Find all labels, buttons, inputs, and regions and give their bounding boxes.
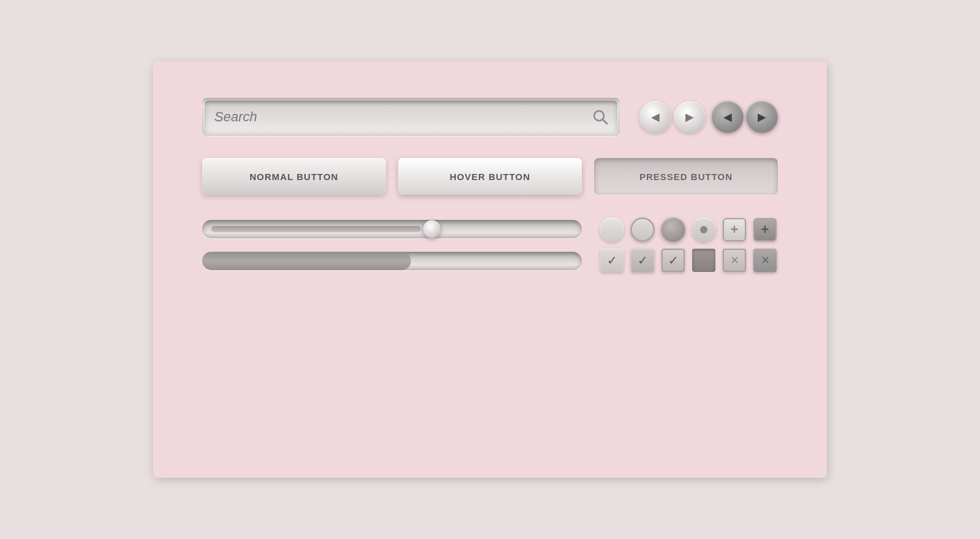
slider-wrap bbox=[202, 220, 582, 238]
slider-track bbox=[202, 220, 582, 238]
slider-thumb[interactable] bbox=[423, 220, 441, 238]
nav-pair-light: ◀ ▶ bbox=[639, 101, 706, 133]
checkbox-checked-mid[interactable]: ✓ bbox=[631, 249, 654, 272]
search-input[interactable] bbox=[214, 109, 589, 125]
checkbox-square-dark[interactable] bbox=[692, 249, 715, 272]
controls-grid: + + ✓ ✓ ✓ ✕ ✕ bbox=[599, 217, 778, 273]
progress-fill bbox=[202, 252, 411, 270]
svg-line-1 bbox=[603, 120, 608, 124]
nav-prev-dark-button[interactable]: ◀ bbox=[712, 101, 744, 133]
checkbox-x-light[interactable]: ✕ bbox=[723, 249, 746, 272]
progress-bar bbox=[202, 252, 582, 270]
nav-prev-light-button[interactable]: ◀ bbox=[639, 101, 671, 133]
radio-dot[interactable] bbox=[692, 217, 716, 242]
hover-button[interactable]: HOVER BUTTON bbox=[398, 158, 582, 195]
checkbox-checked-border[interactable]: ✓ bbox=[662, 249, 685, 272]
nav-pair-dark: ◀ ▶ bbox=[712, 101, 778, 133]
pressed-button[interactable]: PRESSED BUTTON bbox=[594, 158, 778, 195]
checkbox-checked-light[interactable]: ✓ bbox=[600, 249, 624, 272]
search-button[interactable] bbox=[589, 106, 611, 128]
radio-filled[interactable] bbox=[661, 217, 685, 242]
nav-next-dark-button[interactable]: ▶ bbox=[746, 101, 778, 133]
search-icon bbox=[592, 108, 609, 126]
svg-point-0 bbox=[594, 111, 604, 121]
nav-next-light-button[interactable]: ▶ bbox=[674, 101, 706, 133]
controls-row: + + ✓ ✓ ✓ ✕ ✕ bbox=[202, 217, 778, 273]
slider-fill bbox=[211, 226, 421, 232]
normal-button[interactable]: NORMAL BUTTON bbox=[202, 158, 386, 195]
search-row: ◀ ▶ ◀ ▶ bbox=[202, 98, 778, 136]
search-bar-wrap bbox=[202, 98, 620, 136]
search-inner bbox=[205, 100, 617, 134]
radio-ring[interactable] bbox=[630, 217, 655, 242]
radio-empty[interactable] bbox=[600, 217, 624, 242]
nav-buttons-group: ◀ ▶ ◀ ▶ bbox=[639, 101, 778, 133]
plus-btn-light[interactable]: + bbox=[723, 218, 746, 241]
sliders-col bbox=[202, 220, 582, 270]
plus-btn-dark[interactable]: + bbox=[753, 218, 777, 241]
ui-panel: ◀ ▶ ◀ ▶ NORMAL BUTTON HOVER BUTTON PRESS… bbox=[153, 61, 827, 478]
buttons-row: NORMAL BUTTON HOVER BUTTON PRESSED BUTTO… bbox=[202, 158, 778, 195]
checkbox-x-dark[interactable]: ✕ bbox=[753, 249, 777, 272]
